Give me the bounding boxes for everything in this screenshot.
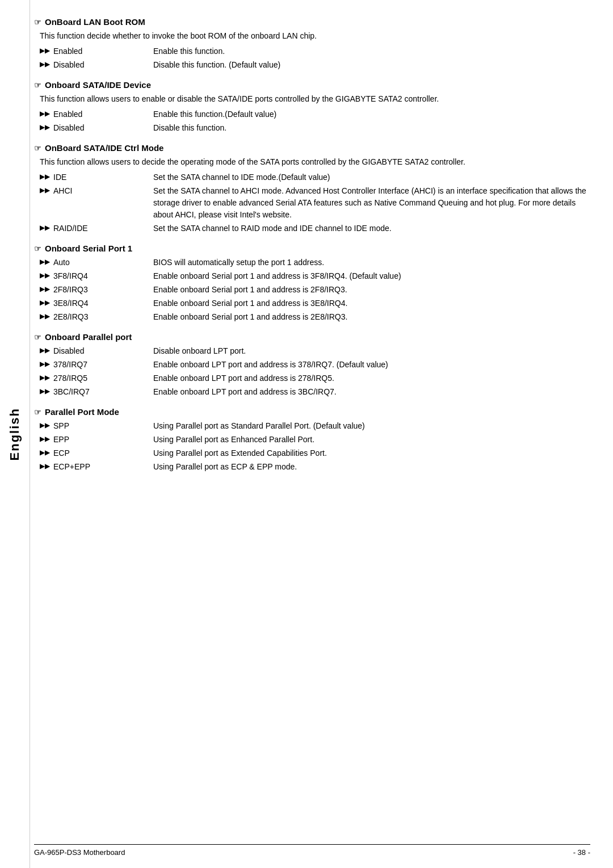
main-content: ☞OnBoard LAN Boot ROMThis function decid… [34, 0, 590, 516]
option-row: ▶▶IDESet the SATA channel to IDE mode.(D… [40, 171, 596, 183]
option-val-text: Using Parallel port as Extended Capabili… [153, 447, 596, 459]
option-arrow-icon: ▶▶ [40, 447, 50, 458]
section-title-text-onboard-parallel-port: Onboard Parallel port [45, 332, 132, 342]
section-desc-onboard-sata-ide-device: This function allows users to enable or … [40, 93, 590, 105]
section-title-text-parallel-port-mode: Parallel Port Mode [45, 407, 119, 417]
option-arrow-icon: ▶▶ [40, 185, 50, 195]
sidebar-label: English [7, 408, 22, 460]
section-icon-parallel-port-mode: ☞ [34, 408, 41, 417]
option-arrow-icon: ▶▶ [40, 122, 50, 132]
option-row: ▶▶DisabledDisable onboard LPT port. [40, 345, 596, 357]
section-title-onboard-parallel-port: ☞Onboard Parallel port [34, 332, 590, 342]
option-row: ▶▶2F8/IRQ3Enable onboard Serial port 1 a… [40, 284, 596, 296]
option-val-text: Enable this function.(Default value) [153, 108, 596, 120]
option-arrow-icon: ▶▶ [40, 434, 50, 444]
option-key: ▶▶Disabled [40, 122, 153, 134]
option-key-text: 3E8/IRQ4 [53, 297, 88, 309]
option-key-text: 278/IRQ5 [53, 372, 87, 384]
option-arrow-icon: ▶▶ [40, 257, 50, 267]
options-table-onboard-lan-boot-rom: ▶▶EnabledEnable this function.▶▶Disabled… [40, 45, 596, 71]
option-key-text: 3BC/IRQ7 [53, 386, 90, 398]
option-key: ▶▶ECP [40, 447, 153, 459]
option-key-text: 2F8/IRQ3 [53, 284, 88, 296]
section-title-onboard-sata-ide-device: ☞Onboard SATA/IDE Device [34, 80, 590, 90]
options-table-onboard-parallel-port: ▶▶DisabledDisable onboard LPT port.▶▶378… [40, 345, 596, 398]
footer-model: GA-965P-DS3 Motherboard [34, 848, 125, 857]
option-key-text: AHCI [53, 185, 72, 197]
option-key-text: Disabled [53, 122, 84, 134]
option-val-text: BIOS will automatically setup the port 1… [153, 257, 596, 269]
section-title-text-onboard-serial-port-1: Onboard Serial Port 1 [45, 244, 132, 253]
options-table-onboard-serial-port-1: ▶▶AutoBIOS will automatically setup the … [40, 257, 596, 323]
option-arrow-icon: ▶▶ [40, 386, 50, 396]
option-val-text: Disable this function. [153, 122, 596, 134]
option-row: ▶▶RAID/IDESet the SATA channel to RAID m… [40, 223, 596, 234]
option-arrow-icon: ▶▶ [40, 345, 50, 355]
option-row: ▶▶ECP+EPPUsing Parallel port as ECP & EP… [40, 461, 596, 473]
option-key-text: ECP [53, 447, 70, 459]
option-val-text: Set the SATA channel to RAID mode and ID… [153, 223, 596, 234]
section-desc-onboard-lan-boot-rom: This function decide whether to invoke t… [40, 30, 590, 42]
section-onboard-sata-ide-ctrl-mode: ☞OnBoard SATA/IDE Ctrl ModeThis function… [34, 143, 590, 234]
option-key-text: 2E8/IRQ3 [53, 311, 88, 323]
option-arrow-icon: ▶▶ [40, 223, 50, 233]
option-key: ▶▶2E8/IRQ3 [40, 311, 153, 323]
option-key-text: 3F8/IRQ4 [53, 270, 88, 282]
option-row: ▶▶DisabledDisable this function. [40, 122, 596, 134]
option-val-text: Enable onboard LPT port and address is 2… [153, 372, 596, 384]
option-key-text: EPP [53, 434, 69, 446]
option-key: ▶▶Auto [40, 257, 153, 269]
option-key-text: 378/IRQ7 [53, 359, 87, 371]
section-parallel-port-mode: ☞Parallel Port Mode▶▶SPPUsing Parallel p… [34, 407, 590, 473]
option-key: ▶▶3E8/IRQ4 [40, 297, 153, 309]
option-row: ▶▶EnabledEnable this function. [40, 45, 596, 57]
option-row: ▶▶3E8/IRQ4Enable onboard Serial port 1 a… [40, 297, 596, 309]
option-val-text: Disable onboard LPT port. [153, 345, 596, 357]
option-val-text: Enable onboard LPT port and address is 3… [153, 386, 596, 398]
option-row: ▶▶3F8/IRQ4Enable onboard Serial port 1 a… [40, 270, 596, 282]
option-row: ▶▶2E8/IRQ3Enable onboard Serial port 1 a… [40, 311, 596, 323]
section-title-onboard-serial-port-1: ☞Onboard Serial Port 1 [34, 244, 590, 253]
option-key: ▶▶3BC/IRQ7 [40, 386, 153, 398]
option-val-text: Enable onboard Serial port 1 and address… [153, 311, 596, 323]
option-val-text: Set the SATA channel to IDE mode.(Defaul… [153, 171, 596, 183]
option-key-text: Auto [53, 257, 70, 269]
option-key: ▶▶SPP [40, 420, 153, 432]
option-key-text: Disabled [53, 345, 84, 357]
footer-page: - 38 - [573, 848, 590, 857]
option-row: ▶▶SPPUsing Parallel port as Standard Par… [40, 420, 596, 432]
option-arrow-icon: ▶▶ [40, 372, 50, 383]
option-arrow-icon: ▶▶ [40, 461, 50, 471]
option-key-text: IDE [53, 171, 66, 183]
option-key: ▶▶ECP+EPP [40, 461, 153, 473]
section-title-text-onboard-sata-ide-device: Onboard SATA/IDE Device [45, 80, 151, 90]
options-table-onboard-sata-ide-device: ▶▶EnabledEnable this function.(Default v… [40, 108, 596, 134]
option-key-text: SPP [53, 420, 69, 432]
section-title-text-onboard-sata-ide-ctrl-mode: OnBoard SATA/IDE Ctrl Mode [45, 143, 163, 153]
option-val-text: Disable this function. (Default value) [153, 59, 596, 71]
option-row: ▶▶EnabledEnable this function.(Default v… [40, 108, 596, 120]
option-key: ▶▶IDE [40, 171, 153, 183]
section-title-parallel-port-mode: ☞Parallel Port Mode [34, 407, 590, 417]
option-key: ▶▶Enabled [40, 45, 153, 57]
footer: GA-965P-DS3 Motherboard - 38 - [34, 844, 590, 857]
section-icon-onboard-sata-ide-ctrl-mode: ☞ [34, 144, 41, 153]
option-key-text: Enabled [53, 45, 82, 57]
option-val-text: Enable onboard Serial port 1 and address… [153, 284, 596, 296]
section-onboard-serial-port-1: ☞Onboard Serial Port 1▶▶AutoBIOS will au… [34, 244, 590, 323]
option-key: ▶▶AHCI [40, 185, 153, 221]
section-icon-onboard-serial-port-1: ☞ [34, 244, 41, 253]
section-title-onboard-lan-boot-rom: ☞OnBoard LAN Boot ROM [34, 17, 590, 27]
option-key-text: ECP+EPP [53, 461, 90, 473]
sidebar-border [30, 0, 30, 868]
option-val-text: Using Parallel port as Enhanced Parallel… [153, 434, 596, 446]
section-icon-onboard-sata-ide-device: ☞ [34, 81, 41, 90]
section-onboard-sata-ide-device: ☞Onboard SATA/IDE DeviceThis function al… [34, 80, 590, 134]
option-key-text: RAID/IDE [53, 223, 88, 234]
option-arrow-icon: ▶▶ [40, 359, 50, 369]
option-val-text: Enable this function. [153, 45, 596, 57]
options-table-parallel-port-mode: ▶▶SPPUsing Parallel port as Standard Par… [40, 420, 596, 473]
option-row: ▶▶AutoBIOS will automatically setup the … [40, 257, 596, 269]
option-key: ▶▶RAID/IDE [40, 223, 153, 234]
option-arrow-icon: ▶▶ [40, 45, 50, 56]
